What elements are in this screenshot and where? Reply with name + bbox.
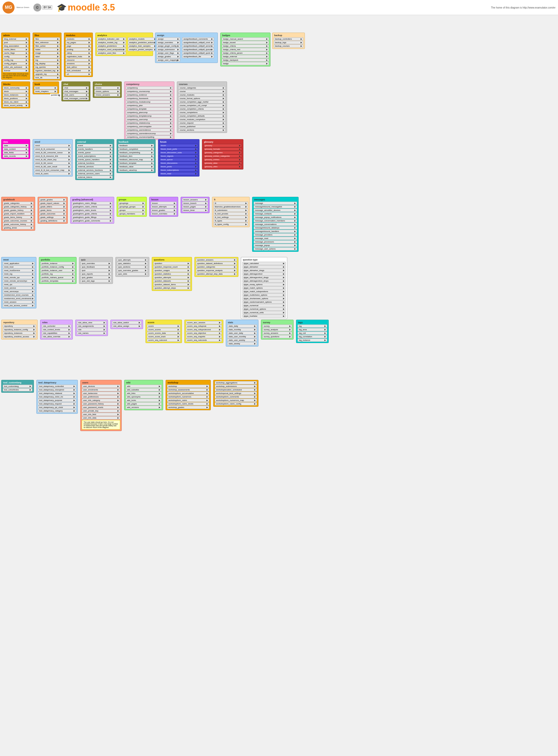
table-wiki_subwikis[interactable]: wiki_subwikis▶ xyxy=(126,388,161,392)
table-assign_plugin_config[interactable]: assign_plugin_config▶ xyxy=(157,45,180,48)
table-groupings_groups[interactable]: groupings_groups▶ xyxy=(118,205,145,208)
table-feedback_completeting[interactable]: feedback_completeting▶ xyxy=(118,151,154,154)
table-badge[interactable]: badge▶ xyxy=(222,62,269,65)
table-user_preferences[interactable]: user_preferences▶ xyxy=(82,395,120,399)
table-wiki[interactable]: wiki▶ xyxy=(126,385,161,388)
table-log_display[interactable]: log_display▶ xyxy=(34,62,60,65)
table-survey[interactable]: survey▶ xyxy=(262,324,292,328)
table-gradingform_rubric_levels[interactable]: gradingform_rubric_levels▶ xyxy=(72,209,113,212)
table-question_response_analysis[interactable]: question_response_analysis▶ xyxy=(196,269,237,272)
table-choice_answers[interactable]: choice_answers▶ xyxy=(94,93,120,97)
table-analytics_predict_samples[interactable]: analytics_predict_samples▶ xyxy=(128,48,157,51)
table-scorm_seq_rolluprule[interactable]: scorm_seq_rolluprule▶ xyxy=(186,324,222,328)
table-workshopform_rubric_levels[interactable]: workshopform_rubric_levels▶ xyxy=(167,402,209,405)
table-block_positions[interactable]: block_positions▶ xyxy=(3,97,29,100)
table-qtype_ddmarker[interactable]: qtype_ddmarker▶ xyxy=(243,265,286,269)
table-url[interactable]: url▶ xyxy=(66,73,91,76)
table-task_adhoc[interactable]: task_adhoc▶ xyxy=(66,65,91,69)
table-workshopform_accumulative[interactable]: workshopform_accumulative▶ xyxy=(167,392,209,395)
table-external_services[interactable]: external_services▶ xyxy=(77,165,113,168)
table-block[interactable]: block▶ xyxy=(3,90,29,93)
table-ltiservice_gradebookservices[interactable]: ltiservice_gradebookservices▶ xyxy=(213,205,248,208)
table-role_allow_view[interactable]: role_allow_view▶ xyxy=(77,321,106,324)
table-wiki_pages[interactable]: wiki_pages▶ xyxy=(126,402,161,405)
table-posting[interactable]: posting▶ xyxy=(66,48,91,51)
table-forum_read[interactable]: forum_read▶ xyxy=(159,172,198,175)
table-workshop_submissions[interactable]: workshop_submissions▶ xyxy=(215,385,257,388)
table-tool_dataprivacy_request[interactable]: tool_dataprivacy_request▶ xyxy=(38,402,76,405)
table-tag[interactable]: tag▶ xyxy=(298,324,327,328)
table-role_allow_assign[interactable]: role_allow_assign▶ xyxy=(112,324,142,328)
table-label[interactable]: label▶ xyxy=(34,55,60,58)
table-external_functions[interactable]: external_functions▶ xyxy=(77,161,113,165)
table-mnet_remote_service2rpc[interactable]: mnet_remote_service2rpc▶ xyxy=(3,279,35,282)
table-feedback_completed[interactable]: feedback_completed▶ xyxy=(118,147,154,151)
table-analytics_prediction_actions[interactable]: analytics_prediction_actions▶ xyxy=(128,41,157,44)
table-analytics_used_analysables[interactable]: analytics_used_analysables▶ xyxy=(97,48,126,51)
table-competency_modulecomp[interactable]: competency_modulecomp▶ xyxy=(126,100,173,104)
table-book[interactable]: book▶ xyxy=(34,86,57,89)
table-question_attempt_steps[interactable]: question_attempt_steps▶ xyxy=(153,286,191,290)
table-scorm_seq_mapinfo[interactable]: scorm_seq_mapinfo▶ xyxy=(186,335,222,338)
table-question_usages[interactable]: question_usages▶ xyxy=(153,269,191,272)
table-competency_evidence[interactable]: competency_evidence▶ xyxy=(126,93,173,97)
table-chat_users[interactable]: chat_users▶ xyxy=(63,93,89,97)
table-config_plugins[interactable]: config_plugins▶ xyxy=(3,62,29,65)
table-tool_dataprivacy_contextlist[interactable]: tool_dataprivacy_contextlist▶ xyxy=(38,385,76,388)
table-assign_user_mapping[interactable]: assign_user_mapping▶ xyxy=(157,58,180,62)
table-workshop_grades[interactable]: workshop_grades▶ xyxy=(167,406,209,409)
table-post[interactable]: post▶ xyxy=(3,41,29,44)
table-analytics_used_files[interactable]: analytics_used_files▶ xyxy=(97,51,126,55)
table-feedback_template[interactable]: feedback_template▶ xyxy=(118,161,154,165)
table-badge_external[interactable]: badge_external▶ xyxy=(222,55,269,58)
table-glossary_formats[interactable]: glossary_formats▶ xyxy=(203,147,242,151)
table-chat_messages_current[interactable]: chat_messages_current▶ xyxy=(63,97,89,100)
table-lesson_pages[interactable]: lesson_pages▶ xyxy=(182,205,208,208)
table-feedback[interactable]: feedback▶ xyxy=(118,144,154,147)
table-course_modules[interactable]: course_modules▶ xyxy=(178,93,226,97)
table-quiz_statistics[interactable]: quiz_statistics▶ xyxy=(117,262,148,265)
table-enrol_lti_lti_resource_link[interactable]: enrol_lti_lti_resource_link▶ xyxy=(34,155,71,158)
table-question_statistics[interactable]: question_statistics▶ xyxy=(153,272,191,276)
table-message_popup[interactable]: message_popup▶ xyxy=(254,244,297,247)
table-badge_criteria_param[interactable]: badge_criteria_param▶ xyxy=(222,51,269,55)
table-glossary_entries_categories[interactable]: glossary_entries_categories▶ xyxy=(203,155,242,158)
table-workshop_assessments[interactable]: workshop_assessments▶ xyxy=(167,388,209,392)
table-gradingform_rubric_fillings[interactable]: gradingform_rubric_fillings▶ xyxy=(72,201,113,205)
table-upgrade_log[interactable]: upgrade_log▶ xyxy=(34,73,60,76)
table-question_datasets[interactable]: question_datasets▶ xyxy=(153,279,191,282)
table-grade_settings[interactable]: grade_settings▶ xyxy=(39,216,66,219)
table-mnet_log[interactable]: mnet_log▶ xyxy=(3,272,35,276)
table-question_attempts[interactable]: question_attempts▶ xyxy=(153,276,191,279)
table-user_password_resets[interactable]: user_password_resets▶ xyxy=(82,406,120,409)
table-competency_plancomp[interactable]: competency_plancomp▶ xyxy=(126,111,173,114)
table-data_content[interactable]: data_content▶ xyxy=(3,147,29,151)
table-grade_categories[interactable]: grade_categories▶ xyxy=(3,201,34,205)
table-tool_dataprivacy_rdataval[interactable]: tool_dataprivacy_rdataval▶ xyxy=(38,392,76,395)
table-message_popup_notifications[interactable]: message_popup_notifications▶ xyxy=(254,216,297,219)
table-grade_outcomes_courses[interactable]: grade_outcomes_courses▶ xyxy=(3,219,34,222)
table-competency_template[interactable]: competency_template▶ xyxy=(126,107,173,111)
table-role_assignments[interactable]: role_assignments▶ xyxy=(77,324,106,328)
table-badge_manual_award[interactable]: badge_manual_award▶ xyxy=(222,37,269,40)
table-enrol_lti_lti2_consumer_nonce[interactable]: enrol_lti_lti2_consumer_nonce▶ xyxy=(34,151,71,154)
table-grade_grades_history[interactable]: grade_grades_history▶ xyxy=(3,209,34,212)
table-grade_import_values[interactable]: grade_import_values▶ xyxy=(39,201,66,205)
table-forum_subscriptions[interactable]: forum_subscriptions▶ xyxy=(159,168,198,172)
table-message_conversations[interactable]: message_conversations▶ xyxy=(254,223,297,226)
table-assign_submission[interactable]: assign_submission▶ xyxy=(157,48,180,51)
table-tag_coll[interactable]: tag_coll▶ xyxy=(298,331,327,335)
table-scorm_scoes_track[interactable]: scorm_scoes_track▶ xyxy=(147,335,180,338)
table-repository_onedrive_access[interactable]: repository_onedrive_access▶ xyxy=(3,335,36,338)
table-message_user_actions[interactable]: message_user_actions▶ xyxy=(254,247,297,250)
table-gradingform_guide_fillings[interactable]: gradingform_guide_fillings▶ xyxy=(72,216,113,219)
table-page[interactable]: page▶ xyxy=(66,45,91,48)
table-assign_overrides[interactable]: assign_overrides▶ xyxy=(157,41,180,44)
table-qtype_match_options[interactable]: qtype_match_options▶ xyxy=(243,286,286,290)
table-quiz_overrides[interactable]: quiz_overrides▶ xyxy=(80,262,111,265)
table-data_fields[interactable]: data_fields▶ xyxy=(3,151,29,154)
table-backup_logs[interactable]: backup_logs▶ xyxy=(274,41,303,44)
table-workshopform_numerrors[interactable]: workshopform_numerrors▶ xyxy=(167,395,209,399)
table-forum_track_prefs[interactable]: forum_track_prefs▶ xyxy=(159,147,198,151)
table-grade_letters[interactable]: grade_letters▶ xyxy=(39,205,66,208)
